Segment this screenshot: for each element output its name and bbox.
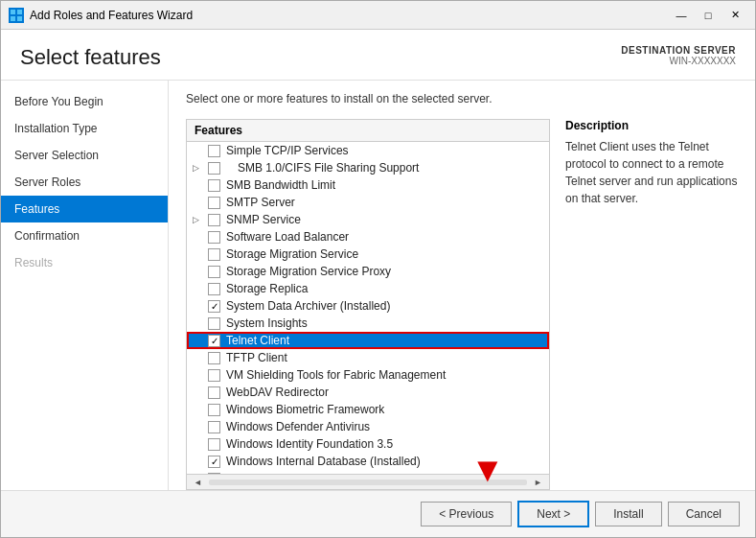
feature-checkbox[interactable] [208,369,220,382]
feature-checkbox[interactable] [208,248,220,261]
main-area: Before You Begin Installation Type Serve… [1,81,755,490]
minimize-button[interactable]: — [669,6,694,25]
feature-item[interactable]: SMB Bandwidth Limit [187,176,549,194]
feature-checkbox[interactable] [208,231,220,244]
sidebar-item-before-you-begin[interactable]: Before You Begin [1,88,168,115]
features-column-header: Features [187,120,549,142]
next-button[interactable]: Next > [517,501,589,527]
feature-checkbox[interactable] [208,352,220,364]
scroll-right-btn[interactable]: ► [531,478,545,487]
feature-item[interactable]: System Insights [187,315,549,332]
title-bar: Add Roles and Features Wizard — □ ✕ [1,1,755,30]
feature-item[interactable]: Software Load Balancer [187,228,549,246]
features-area: Features Simple TCP/IP Services▷SMB 1.0/… [169,119,755,490]
feature-label: SNMP Service [226,213,301,226]
feature-item[interactable]: SMTP Server [187,194,549,211]
feature-checkbox[interactable] [208,197,220,209]
feature-label: Windows Biometric Framework [226,403,384,416]
right-panel: Select one or more features to install o… [169,81,755,490]
expand-arrow-icon: ▷ [193,215,206,224]
main-window: Add Roles and Features Wizard — □ ✕ Sele… [0,0,756,538]
feature-checkbox[interactable] [208,438,220,451]
page-header: Select features DESTINATION SERVER WIN-X… [1,30,755,81]
feature-item[interactable]: Simple TCP/IP Services [187,142,549,159]
feature-item[interactable]: Windows Biometric Framework [187,401,549,418]
app-icon [9,8,24,23]
sidebar-item-features[interactable]: Features [1,196,168,222]
feature-item[interactable]: ▷SNMP Service [187,211,549,228]
feature-item[interactable]: Storage Migration Service Proxy [187,263,549,280]
feature-label: Telnet Client [226,334,289,347]
feature-label: SMTP Server [226,196,295,209]
feature-label: Storage Migration Service [226,247,358,261]
feature-checkbox[interactable]: ✓ [208,456,220,468]
feature-label: SMB 1.0/CIFS File Sharing Support [238,161,419,175]
install-button[interactable]: Install [595,502,661,526]
feature-checkbox[interactable]: ✓ [208,335,220,347]
features-scroll[interactable]: Simple TCP/IP Services▷SMB 1.0/CIFS File… [187,142,549,474]
panel-header: Select one or more features to install o… [169,81,755,119]
feature-label: Storage Migration Service Proxy [226,265,391,278]
feature-checkbox[interactable] [208,317,220,330]
feature-item[interactable]: TFTP Client [187,349,549,366]
svg-rect-2 [11,16,15,21]
footer: ▼ < Previous Next > Install Cancel [1,490,755,537]
feature-item[interactable]: ✓Telnet Client [187,332,549,349]
feature-checkbox[interactable] [208,386,220,399]
feature-checkbox[interactable]: ✓ [208,300,220,313]
sidebar-item-confirmation[interactable]: Confirmation [1,222,168,249]
feature-checkbox[interactable] [208,145,220,157]
feature-label: Storage Replica [226,282,308,295]
feature-item[interactable]: Storage Replica [187,280,549,297]
feature-item[interactable]: ▷SMB 1.0/CIFS File Sharing Support [187,159,549,176]
feature-label: WebDAV Redirector [226,386,329,399]
svg-rect-3 [17,16,22,21]
feature-checkbox[interactable] [208,283,220,295]
feature-checkbox[interactable] [208,421,220,433]
feature-label: Windows Defender Antivirus [226,420,370,433]
destination-label: DESTINATION SERVER [621,45,736,56]
window-title: Add Roles and Features Wizard [30,9,669,22]
feature-label: Windows Internal Database (Installed) [226,455,421,468]
close-button[interactable]: ✕ [722,6,747,25]
description-panel: Description Telnet Client uses the Telne… [565,119,738,490]
expand-arrow-icon: ▷ [193,163,206,173]
sidebar: Before You Begin Installation Type Serve… [1,81,169,490]
feature-item[interactable]: ✓System Data Archiver (Installed) [187,297,549,315]
feature-item[interactable]: WebDAV Redirector [187,384,549,401]
feature-label: System Data Archiver (Installed) [226,299,390,313]
feature-checkbox[interactable] [208,214,220,226]
feature-checkbox[interactable] [208,179,220,192]
cancel-button[interactable]: Cancel [668,502,740,526]
svg-rect-1 [17,10,22,14]
sidebar-item-results: Results [1,249,168,276]
feature-checkbox[interactable] [208,404,220,416]
sidebar-item-server-roles[interactable]: Server Roles [1,169,168,196]
red-arrow-indicator: ▼ [470,453,505,487]
page-title: Select features [20,45,161,70]
maximize-button[interactable]: □ [696,6,721,25]
scroll-left-btn[interactable]: ◄ [191,478,205,487]
feature-label: Simple TCP/IP Services [226,144,349,157]
feature-item[interactable]: VM Shielding Tools for Fabric Management [187,366,549,384]
previous-button[interactable]: < Previous [421,502,512,526]
destination-value: WIN-XXXXXXX [621,56,736,66]
feature-checkbox[interactable] [208,162,220,175]
feature-checkbox[interactable] [208,266,220,278]
feature-item[interactable]: Windows Defender Antivirus [187,418,549,435]
feature-label: TFTP Client [226,351,287,364]
sidebar-item-installation-type[interactable]: Installation Type [1,115,168,142]
window-controls: — □ ✕ [669,6,747,25]
panel-description: Select one or more features to install o… [186,92,738,105]
feature-label: Software Load Balancer [226,230,349,244]
feature-label: System Insights [226,316,308,330]
features-list-container: Features Simple TCP/IP Services▷SMB 1.0/… [186,119,550,490]
destination-server-info: DESTINATION SERVER WIN-XXXXXXX [621,45,736,66]
svg-rect-0 [11,10,15,14]
sidebar-item-server-selection[interactable]: Server Selection [1,142,168,169]
feature-item[interactable]: Storage Migration Service [187,246,549,263]
feature-label: VM Shielding Tools for Fabric Management [226,368,446,382]
description-header: Description [565,119,738,132]
feature-label: SMB Bandwidth Limit [226,178,335,192]
feature-label: Windows Identity Foundation 3.5 [226,437,393,451]
